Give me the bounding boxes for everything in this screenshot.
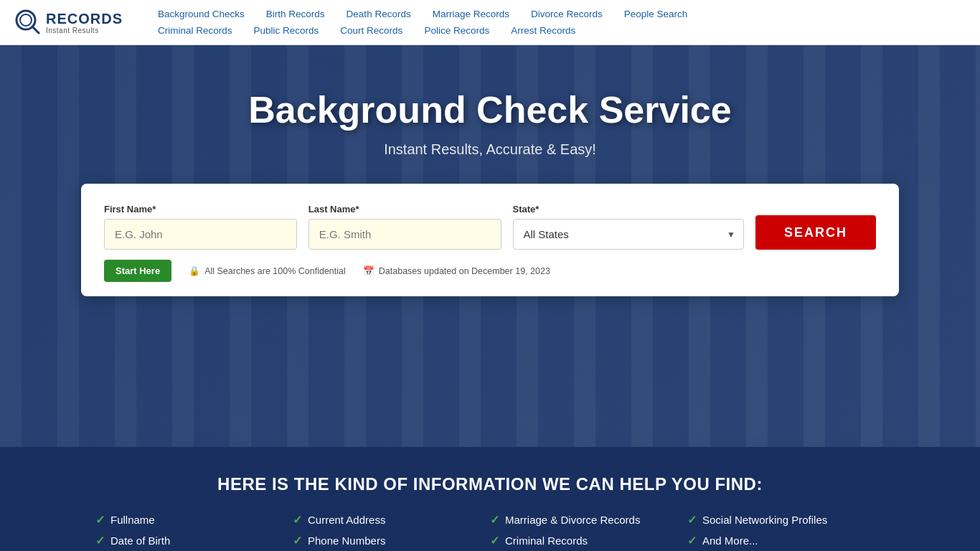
state-select-wrapper: All StatesAlabamaAlaskaArizonaArkansasCa… <box>513 219 745 250</box>
logo-main-text: RECORDS <box>46 11 123 27</box>
info-item-label-1: Current Address <box>308 514 385 526</box>
check-icon-4: ✓ <box>95 534 105 547</box>
info-item-7: ✓ And More... <box>687 534 885 547</box>
check-icon-2: ✓ <box>490 513 499 527</box>
confidential-note: 🔒 All Searches are 100% Confidential <box>189 265 346 276</box>
nav-background-checks[interactable]: Background Checks <box>158 9 245 19</box>
info-item-5: ✓ Phone Numbers <box>293 534 490 547</box>
last-name-group: Last Name* <box>308 204 501 250</box>
info-item-0: ✓ Fullname <box>95 513 293 527</box>
nav-birth-records[interactable]: Birth Records <box>266 9 325 19</box>
nav-police-records[interactable]: Police Records <box>424 25 489 36</box>
nav-divorce-records[interactable]: Divorce Records <box>531 9 603 19</box>
search-box: First Name* Last Name* State* All States… <box>81 184 899 296</box>
check-icon-7: ✓ <box>687 534 697 547</box>
check-icon-3: ✓ <box>687 513 697 527</box>
svg-point-1 <box>20 14 32 26</box>
info-grid: ✓ Fullname ✓ Current Address ✓ Marriage … <box>95 513 885 547</box>
nav-death-records[interactable]: Death Records <box>347 9 411 19</box>
info-title: HERE IS THE KIND OF INFORMATION WE CAN H… <box>43 474 937 494</box>
check-icon-5: ✓ <box>293 534 302 547</box>
check-icon-6: ✓ <box>490 534 499 547</box>
info-item-6: ✓ Criminal Records <box>490 534 687 547</box>
confidential-text: All Searches are 100% Confidential <box>204 266 346 276</box>
info-item-label-2: Marriage & Divorce Records <box>505 514 640 526</box>
nav-public-records[interactable]: Public Records <box>254 25 319 36</box>
db-update-note: 📅 Databases updated on December 19, 2023 <box>363 265 550 276</box>
hero-content: Background Check Service Instant Results… <box>14 88 966 296</box>
info-item-label-5: Phone Numbers <box>308 534 385 547</box>
info-item-label-7: And More... <box>702 534 758 547</box>
svg-line-2 <box>32 27 39 33</box>
info-item-4: ✓ Date of Birth <box>95 534 293 547</box>
nav-arrest-records[interactable]: Arrest Records <box>511 25 575 36</box>
calendar-icon: 📅 <box>363 265 374 276</box>
search-button[interactable]: SEARCH <box>755 215 876 250</box>
first-name-label: First Name* <box>104 204 297 215</box>
nav-row-1: Background Checks Birth Records Death Re… <box>158 6 966 22</box>
state-group: State* All StatesAlabamaAlaskaArizonaArk… <box>513 204 745 250</box>
state-select[interactable]: All StatesAlabamaAlaskaArizonaArkansasCa… <box>513 219 745 250</box>
nav-court-records[interactable]: Court Records <box>340 25 402 36</box>
info-item-label-6: Criminal Records <box>505 534 588 547</box>
nav-marriage-records[interactable]: Marriage Records <box>433 9 509 19</box>
nav-row-2: Criminal Records Public Records Court Re… <box>158 22 966 39</box>
last-name-input[interactable] <box>308 219 501 250</box>
info-item-label-0: Fullname <box>110 514 155 526</box>
logo[interactable]: RECORDS Instant Results <box>14 9 129 36</box>
search-fields: First Name* Last Name* State* All States… <box>104 204 876 250</box>
nav-people-search[interactable]: People Search <box>624 9 688 19</box>
logo-sub-text: Instant Results <box>46 27 123 34</box>
start-here-button[interactable]: Start Here <box>104 260 171 282</box>
state-label: State* <box>513 204 745 215</box>
lock-icon: 🔒 <box>189 265 200 276</box>
info-section: HERE IS THE KIND OF INFORMATION WE CAN H… <box>0 447 980 551</box>
last-name-label: Last Name* <box>308 204 501 215</box>
info-item-2: ✓ Marriage & Divorce Records <box>490 513 687 527</box>
info-item-1: ✓ Current Address <box>293 513 490 527</box>
hero-subtitle: Instant Results, Accurate & Easy! <box>384 141 596 158</box>
info-item-label-4: Date of Birth <box>110 534 170 547</box>
info-item-3: ✓ Social Networking Profiles <box>687 513 885 527</box>
records-logo-icon <box>14 9 42 36</box>
search-footer: Start Here 🔒 All Searches are 100% Confi… <box>104 260 876 282</box>
db-update-text: Databases updated on December 19, 2023 <box>379 266 550 276</box>
nav-criminal-records[interactable]: Criminal Records <box>158 25 232 36</box>
logo-text: RECORDS Instant Results <box>46 11 123 34</box>
info-item-label-3: Social Networking Profiles <box>702 514 827 526</box>
hero-title: Background Check Service <box>248 88 731 131</box>
check-icon-1: ✓ <box>293 513 302 527</box>
first-name-group: First Name* <box>104 204 297 250</box>
first-name-input[interactable] <box>104 219 297 250</box>
check-icon-0: ✓ <box>95 513 105 527</box>
site-header: RECORDS Instant Results Background Check… <box>0 0 980 45</box>
hero-section: Background Check Service Instant Results… <box>0 45 980 551</box>
main-nav: Background Checks Birth Records Death Re… <box>158 6 966 39</box>
